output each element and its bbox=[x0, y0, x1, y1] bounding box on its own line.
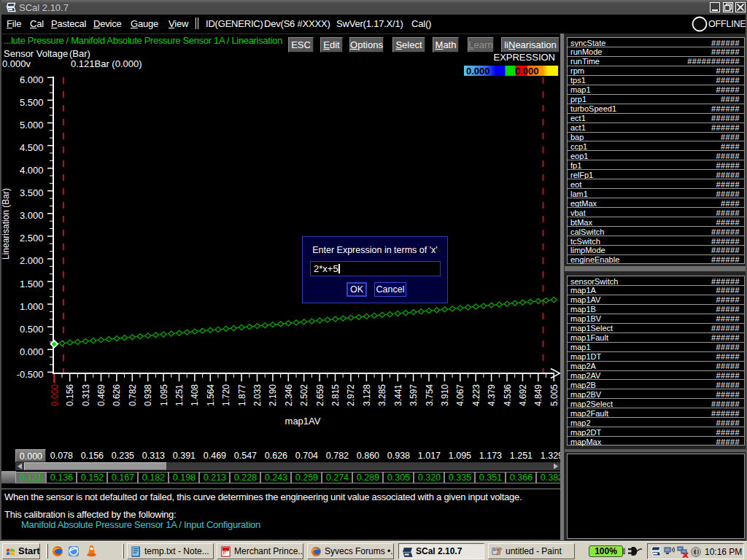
svg-text:4.692: 4.692 bbox=[518, 384, 528, 406]
svg-text:2.000: 2.000 bbox=[20, 255, 44, 266]
svg-text:5.005: 5.005 bbox=[549, 384, 560, 406]
svg-text:4.500: 4.500 bbox=[20, 142, 44, 153]
svg-text:1.408: 1.408 bbox=[190, 384, 200, 406]
svg-text:map1AV: map1AV bbox=[285, 416, 321, 427]
svg-text:2.033: 2.033 bbox=[252, 384, 263, 406]
svg-text:1.095: 1.095 bbox=[159, 384, 169, 406]
svg-text:3.285: 3.285 bbox=[377, 384, 387, 406]
svg-text:0.000: 0.000 bbox=[50, 384, 60, 406]
svg-text:2.346: 2.346 bbox=[284, 384, 294, 406]
svg-text:0.469: 0.469 bbox=[96, 384, 107, 406]
svg-text:3.500: 3.500 bbox=[20, 187, 44, 198]
svg-text:3.000: 3.000 bbox=[20, 210, 44, 221]
svg-text:3.910: 3.910 bbox=[440, 384, 450, 406]
svg-text:2.500: 2.500 bbox=[20, 233, 44, 244]
svg-text:2.502: 2.502 bbox=[299, 384, 309, 406]
svg-text:2.659: 2.659 bbox=[315, 384, 325, 406]
svg-text:0.500: 0.500 bbox=[20, 324, 44, 335]
svg-text:4.000: 4.000 bbox=[20, 165, 44, 176]
svg-text:0.000: 0.000 bbox=[20, 346, 44, 357]
svg-text:5.500: 5.500 bbox=[20, 97, 44, 108]
svg-text:3.754: 3.754 bbox=[425, 384, 435, 406]
svg-text:6.000: 6.000 bbox=[20, 74, 44, 85]
svg-text:0.626: 0.626 bbox=[112, 384, 122, 406]
svg-text:-0.500: -0.500 bbox=[17, 369, 44, 380]
svg-text:1.720: 1.720 bbox=[221, 384, 231, 406]
svg-text:3.597: 3.597 bbox=[409, 384, 419, 406]
svg-text:1.000: 1.000 bbox=[20, 301, 44, 312]
svg-text:0.313: 0.313 bbox=[81, 384, 91, 406]
svg-text:3.441: 3.441 bbox=[393, 384, 403, 406]
svg-text:0.156: 0.156 bbox=[65, 384, 75, 406]
svg-text:5.000: 5.000 bbox=[20, 120, 44, 131]
svg-text:P: P bbox=[223, 551, 227, 556]
svg-text:4.379: 4.379 bbox=[487, 384, 497, 406]
svg-text:2.190: 2.190 bbox=[268, 384, 278, 406]
svg-text:0.938: 0.938 bbox=[143, 384, 153, 406]
svg-text:4.067: 4.067 bbox=[455, 384, 465, 406]
svg-text:3.128: 3.128 bbox=[362, 384, 372, 406]
svg-text:1.500: 1.500 bbox=[20, 279, 44, 289]
svg-text:1.564: 1.564 bbox=[206, 384, 216, 406]
svg-text:4.223: 4.223 bbox=[471, 384, 481, 406]
svg-text:Linearisation (Bar): Linearisation (Bar) bbox=[1, 188, 11, 260]
svg-text:2.972: 2.972 bbox=[346, 384, 356, 406]
svg-text:4.536: 4.536 bbox=[503, 384, 513, 406]
svg-text:0.782: 0.782 bbox=[128, 384, 138, 406]
svg-text:1.251: 1.251 bbox=[174, 384, 185, 406]
svg-text:1.877: 1.877 bbox=[237, 384, 247, 406]
svg-text:4.849: 4.849 bbox=[533, 384, 543, 406]
svg-text:2.815: 2.815 bbox=[330, 384, 341, 406]
